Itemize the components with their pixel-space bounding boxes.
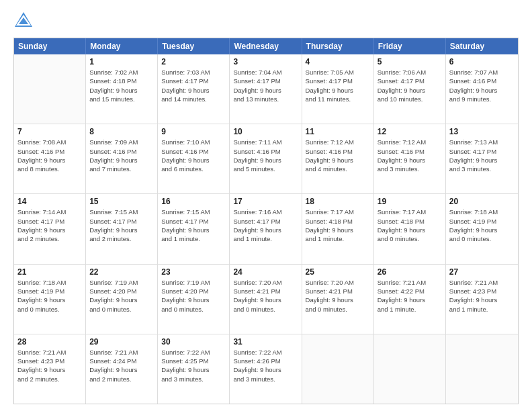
day-info: Sunrise: 7:21 AM Sunset: 4:22 PM Dayligh… — [378, 278, 442, 314]
page: SundayMondayTuesdayWednesdayThursdayFrid… — [0, 0, 532, 411]
day-number: 28 — [17, 337, 82, 347]
day-number: 16 — [161, 197, 226, 206]
calendar-day-cell: 29Sunrise: 7:21 AM Sunset: 4:24 PM Dayli… — [86, 334, 158, 404]
calendar-day-cell — [14, 54, 86, 124]
day-info: Sunrise: 7:02 AM Sunset: 4:18 PM Dayligh… — [89, 68, 154, 103]
calendar-day-cell: 26Sunrise: 7:21 AM Sunset: 4:22 PM Dayli… — [374, 265, 446, 334]
day-info: Sunrise: 7:21 AM Sunset: 4:24 PM Dayligh… — [89, 348, 154, 383]
day-number: 5 — [378, 57, 442, 66]
calendar-day-cell — [374, 334, 446, 404]
day-number: 17 — [233, 197, 298, 206]
calendar-day-cell: 5Sunrise: 7:06 AM Sunset: 4:17 PM Daylig… — [374, 54, 446, 124]
day-number: 8 — [89, 127, 154, 136]
day-info: Sunrise: 7:21 AM Sunset: 4:23 PM Dayligh… — [449, 278, 515, 314]
calendar-day-cell: 13Sunrise: 7:13 AM Sunset: 4:17 PM Dayli… — [446, 124, 518, 193]
day-info: Sunrise: 7:12 AM Sunset: 4:16 PM Dayligh… — [378, 138, 442, 173]
logo — [13, 11, 35, 31]
day-number: 25 — [306, 267, 370, 277]
day-number: 13 — [449, 127, 515, 136]
day-number: 12 — [378, 127, 442, 136]
calendar-day-cell — [302, 334, 374, 404]
day-info: Sunrise: 7:14 AM Sunset: 4:17 PM Dayligh… — [17, 208, 82, 243]
calendar-header-cell: Saturday — [446, 38, 518, 54]
calendar: SundayMondayTuesdayWednesdayThursdayFrid… — [13, 38, 519, 404]
day-number: 2 — [161, 57, 226, 66]
calendar-day-cell: 21Sunrise: 7:18 AM Sunset: 4:19 PM Dayli… — [14, 265, 86, 334]
calendar-header-cell: Friday — [374, 38, 446, 54]
calendar-day-cell: 22Sunrise: 7:19 AM Sunset: 4:20 PM Dayli… — [86, 265, 158, 334]
calendar-week-row: 1Sunrise: 7:02 AM Sunset: 4:18 PM Daylig… — [14, 54, 518, 124]
day-number: 22 — [89, 267, 154, 277]
day-number: 27 — [449, 267, 515, 277]
day-info: Sunrise: 7:19 AM Sunset: 4:20 PM Dayligh… — [161, 278, 226, 314]
day-info: Sunrise: 7:11 AM Sunset: 4:16 PM Dayligh… — [233, 138, 298, 173]
day-number: 6 — [449, 57, 515, 66]
calendar-day-cell: 2Sunrise: 7:03 AM Sunset: 4:17 PM Daylig… — [158, 54, 230, 124]
day-info: Sunrise: 7:22 AM Sunset: 4:26 PM Dayligh… — [233, 348, 298, 383]
day-number: 10 — [233, 127, 298, 136]
calendar-day-cell: 17Sunrise: 7:16 AM Sunset: 4:17 PM Dayli… — [230, 194, 302, 263]
header — [13, 11, 519, 31]
day-info: Sunrise: 7:03 AM Sunset: 4:17 PM Dayligh… — [161, 68, 226, 103]
calendar-day-cell: 11Sunrise: 7:12 AM Sunset: 4:16 PM Dayli… — [302, 124, 374, 193]
day-info: Sunrise: 7:16 AM Sunset: 4:17 PM Dayligh… — [233, 208, 298, 243]
day-info: Sunrise: 7:22 AM Sunset: 4:25 PM Dayligh… — [161, 348, 226, 383]
calendar-header-cell: Sunday — [14, 38, 86, 54]
calendar-day-cell: 4Sunrise: 7:05 AM Sunset: 4:17 PM Daylig… — [302, 54, 374, 124]
day-info: Sunrise: 7:17 AM Sunset: 4:18 PM Dayligh… — [378, 208, 442, 243]
day-number: 15 — [89, 197, 154, 206]
day-number: 30 — [161, 337, 226, 347]
day-info: Sunrise: 7:10 AM Sunset: 4:16 PM Dayligh… — [161, 138, 226, 173]
calendar-day-cell: 8Sunrise: 7:09 AM Sunset: 4:16 PM Daylig… — [86, 124, 158, 193]
day-info: Sunrise: 7:18 AM Sunset: 4:19 PM Dayligh… — [449, 208, 515, 243]
calendar-header-row: SundayMondayTuesdayWednesdayThursdayFrid… — [14, 38, 518, 54]
day-number: 7 — [17, 127, 82, 136]
calendar-header-cell: Thursday — [302, 38, 374, 54]
calendar-day-cell: 25Sunrise: 7:20 AM Sunset: 4:21 PM Dayli… — [302, 265, 374, 334]
calendar-day-cell: 16Sunrise: 7:15 AM Sunset: 4:17 PM Dayli… — [158, 194, 230, 263]
calendar-day-cell: 10Sunrise: 7:11 AM Sunset: 4:16 PM Dayli… — [230, 124, 302, 193]
day-info: Sunrise: 7:08 AM Sunset: 4:16 PM Dayligh… — [17, 138, 82, 173]
day-info: Sunrise: 7:21 AM Sunset: 4:23 PM Dayligh… — [17, 348, 82, 383]
calendar-day-cell: 19Sunrise: 7:17 AM Sunset: 4:18 PM Dayli… — [374, 194, 446, 263]
logo-icon — [13, 11, 34, 31]
calendar-header-cell: Tuesday — [158, 38, 230, 54]
calendar-day-cell: 15Sunrise: 7:15 AM Sunset: 4:17 PM Dayli… — [86, 194, 158, 263]
calendar-week-row: 21Sunrise: 7:18 AM Sunset: 4:19 PM Dayli… — [14, 265, 518, 334]
calendar-week-row: 14Sunrise: 7:14 AM Sunset: 4:17 PM Dayli… — [14, 194, 518, 264]
day-number: 18 — [306, 197, 370, 206]
calendar-day-cell: 12Sunrise: 7:12 AM Sunset: 4:16 PM Dayli… — [374, 124, 446, 193]
day-info: Sunrise: 7:18 AM Sunset: 4:19 PM Dayligh… — [17, 278, 82, 314]
day-number: 26 — [378, 267, 442, 277]
day-info: Sunrise: 7:04 AM Sunset: 4:17 PM Dayligh… — [233, 68, 298, 103]
day-number: 14 — [17, 197, 82, 206]
day-info: Sunrise: 7:15 AM Sunset: 4:17 PM Dayligh… — [89, 208, 154, 243]
day-info: Sunrise: 7:13 AM Sunset: 4:17 PM Dayligh… — [449, 138, 515, 173]
day-info: Sunrise: 7:09 AM Sunset: 4:16 PM Dayligh… — [89, 138, 154, 173]
calendar-day-cell: 24Sunrise: 7:20 AM Sunset: 4:21 PM Dayli… — [230, 265, 302, 334]
calendar-day-cell: 31Sunrise: 7:22 AM Sunset: 4:26 PM Dayli… — [230, 334, 302, 404]
day-number: 24 — [233, 267, 298, 277]
day-number: 9 — [161, 127, 226, 136]
day-info: Sunrise: 7:19 AM Sunset: 4:20 PM Dayligh… — [89, 278, 154, 314]
calendar-day-cell: 27Sunrise: 7:21 AM Sunset: 4:23 PM Dayli… — [446, 265, 518, 334]
day-info: Sunrise: 7:06 AM Sunset: 4:17 PM Dayligh… — [378, 68, 442, 103]
day-number: 3 — [233, 57, 298, 66]
day-info: Sunrise: 7:15 AM Sunset: 4:17 PM Dayligh… — [161, 208, 226, 243]
day-number: 4 — [306, 57, 370, 66]
calendar-header-cell: Wednesday — [230, 38, 302, 54]
day-info: Sunrise: 7:12 AM Sunset: 4:16 PM Dayligh… — [306, 138, 370, 173]
calendar-week-row: 7Sunrise: 7:08 AM Sunset: 4:16 PM Daylig… — [14, 124, 518, 194]
calendar-day-cell: 28Sunrise: 7:21 AM Sunset: 4:23 PM Dayli… — [14, 334, 86, 404]
calendar-week-row: 28Sunrise: 7:21 AM Sunset: 4:23 PM Dayli… — [14, 334, 518, 404]
calendar-day-cell: 23Sunrise: 7:19 AM Sunset: 4:20 PM Dayli… — [158, 265, 230, 334]
day-number: 1 — [89, 57, 154, 66]
day-info: Sunrise: 7:17 AM Sunset: 4:18 PM Dayligh… — [306, 208, 370, 243]
day-number: 23 — [161, 267, 226, 277]
calendar-day-cell: 14Sunrise: 7:14 AM Sunset: 4:17 PM Dayli… — [14, 194, 86, 263]
day-info: Sunrise: 7:20 AM Sunset: 4:21 PM Dayligh… — [306, 278, 370, 314]
day-info: Sunrise: 7:20 AM Sunset: 4:21 PM Dayligh… — [233, 278, 298, 314]
calendar-day-cell: 7Sunrise: 7:08 AM Sunset: 4:16 PM Daylig… — [14, 124, 86, 193]
calendar-header-cell: Monday — [86, 38, 158, 54]
calendar-day-cell: 1Sunrise: 7:02 AM Sunset: 4:18 PM Daylig… — [86, 54, 158, 124]
